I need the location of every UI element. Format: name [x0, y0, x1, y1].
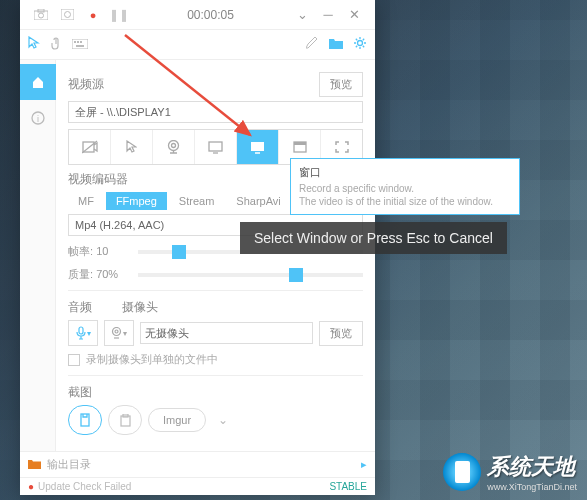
watermark-logo-icon	[443, 453, 481, 491]
footer-bar: ● Update Check Failed STABLE	[20, 477, 375, 495]
save-camera-checkbox[interactable]	[68, 354, 80, 366]
status-bar: 输出目录 ▸	[20, 451, 375, 477]
svg-rect-6	[74, 41, 76, 43]
cursor-icon[interactable]	[28, 36, 40, 53]
encoder-tab-ffmpeg[interactable]: FFmpeg	[106, 192, 167, 210]
webcam-source-icon[interactable]	[153, 130, 195, 164]
titlebar: ● ❚❚ 00:00:05 ⌄ ─ ✕	[20, 0, 375, 30]
svg-point-10	[358, 41, 363, 46]
watermark: 系统天地 www.XiTongTianDi.net	[443, 452, 577, 492]
camera-icon[interactable]	[28, 3, 54, 27]
svg-rect-19	[251, 142, 264, 151]
watermark-brand: 系统天地	[487, 454, 575, 479]
quality-label: 质量: 70%	[68, 267, 128, 282]
folder-icon[interactable]	[329, 37, 343, 52]
svg-rect-22	[294, 142, 306, 145]
svg-point-24	[113, 327, 121, 335]
screenshot-title: 截图	[68, 384, 92, 401]
svg-rect-5	[72, 39, 88, 49]
encoder-tab-stream[interactable]: Stream	[169, 192, 224, 210]
output-label: 输出目录	[47, 457, 91, 472]
svg-rect-7	[77, 41, 79, 43]
output-expand-icon[interactable]: ▸	[361, 458, 367, 471]
screen-source-icon[interactable]	[237, 130, 279, 164]
svg-rect-9	[76, 45, 84, 47]
encoder-tab-sharpavi[interactable]: SharpAvi	[226, 192, 290, 210]
screenshot-save-button[interactable]	[68, 405, 102, 435]
camera-preview-button[interactable]: 预览	[319, 321, 363, 346]
svg-rect-23	[79, 327, 83, 334]
selection-overlay: Select Window or Press Esc to Cancel	[240, 222, 507, 254]
output-folder-icon[interactable]	[28, 459, 41, 471]
svg-rect-17	[209, 142, 222, 151]
svg-rect-8	[80, 41, 82, 43]
fps-label: 帧率: 10	[68, 244, 128, 259]
error-icon: ●	[28, 481, 34, 492]
imgur-button[interactable]: Imgur	[148, 408, 206, 432]
gear-icon[interactable]	[353, 36, 367, 53]
no-video-icon[interactable]	[69, 130, 111, 164]
mic-button[interactable]: ▾	[68, 320, 98, 346]
camera-button[interactable]: ▾	[104, 320, 134, 346]
tool-bar	[20, 30, 375, 60]
svg-point-25	[115, 330, 118, 333]
tooltip-title: 窗口	[299, 165, 511, 180]
video-source-title: 视频源	[68, 76, 104, 93]
preview-button[interactable]: 预览	[319, 72, 363, 97]
record-button[interactable]: ●	[80, 3, 106, 27]
brush-icon[interactable]	[306, 37, 319, 53]
svg-point-4	[64, 12, 70, 18]
timer-display: 00:00:05	[132, 8, 289, 22]
quality-slider[interactable]	[138, 273, 363, 277]
channel-label: STABLE	[329, 481, 367, 492]
encoder-tab-mf[interactable]: MF	[68, 192, 104, 210]
svg-point-16	[172, 143, 176, 147]
keyboard-icon[interactable]	[72, 37, 88, 52]
chevron-down-icon[interactable]: ⌄	[289, 3, 315, 27]
side-tabs: i	[20, 60, 56, 451]
update-status: Update Check Failed	[38, 481, 131, 492]
main-content: 视频源 预览	[56, 60, 375, 451]
camera-select[interactable]	[140, 322, 313, 344]
svg-point-2	[39, 13, 44, 18]
home-tab[interactable]	[20, 64, 56, 100]
encoder-title: 视频编码器	[68, 171, 128, 188]
window-tooltip: 窗口 Record a specific window. The video i…	[290, 158, 520, 215]
audio-title: 音频	[68, 299, 92, 316]
tooltip-line2: The video is of the initial size of the …	[299, 195, 511, 208]
region-source-icon[interactable]	[195, 130, 237, 164]
svg-rect-26	[81, 414, 89, 426]
svg-text:i: i	[37, 114, 39, 124]
close-icon[interactable]: ✕	[341, 3, 367, 27]
pause-button[interactable]: ❚❚	[106, 3, 132, 27]
screenshot-clipboard-button[interactable]	[108, 405, 142, 435]
svg-rect-3	[61, 9, 74, 20]
display-input[interactable]	[68, 101, 363, 123]
svg-point-15	[169, 140, 179, 150]
minimize-icon[interactable]: ─	[315, 3, 341, 27]
cursor-source-icon[interactable]	[111, 130, 153, 164]
watermark-url: www.XiTongTianDi.net	[487, 482, 577, 492]
screenshot-more-icon[interactable]: ⌄	[212, 413, 234, 427]
save-camera-label: 录制摄像头到单独的文件中	[86, 352, 218, 367]
svg-line-14	[82, 141, 97, 153]
info-tab[interactable]: i	[20, 100, 56, 136]
tooltip-line1: Record a specific window.	[299, 182, 511, 195]
screenshot-icon[interactable]	[54, 3, 80, 27]
camera-title: 摄像头	[122, 299, 158, 316]
click-icon[interactable]	[50, 36, 62, 53]
